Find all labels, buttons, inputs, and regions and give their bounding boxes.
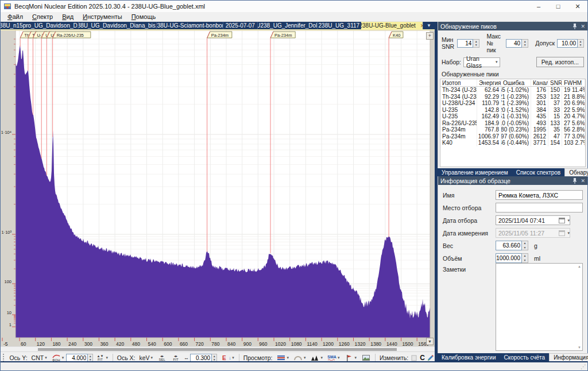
zoom-in-button[interactable]: + (426, 32, 434, 40)
column-header[interactable]: Ошибка (501, 79, 531, 86)
pin-icon[interactable] (572, 178, 577, 184)
curve-overlay-icon (293, 354, 303, 362)
table-row[interactable]: Pa-234m767.81.80 (0.23%)19953556 2.8% (440, 126, 585, 133)
sample-name-input[interactable] (496, 190, 583, 200)
table-cell: U-238/U-234 (440, 100, 477, 107)
pin-icon[interactable] (572, 24, 577, 29)
table-row[interactable]: Pa-234m1006.975.97 (0.60%)26124777 3.0% (440, 133, 585, 140)
table-cell: Pa-234m (440, 133, 477, 140)
peak-flag[interactable]: Ra-226/U-235 (53, 32, 91, 38)
weight-spinner[interactable]: ▲▼ (522, 241, 528, 250)
max-peaks-input[interactable] (506, 39, 522, 48)
status-bar: ⋰ (1, 361, 587, 370)
tolerance-spinner[interactable]: ▲▼ (578, 39, 584, 48)
table-cell: 253 (531, 94, 548, 101)
panel-close-icon[interactable]: ✕ (581, 24, 585, 29)
peak-flag[interactable]: Pa-234m (207, 32, 232, 38)
spectrum-plot[interactable]: ThTU-2UURa-226/U-235Pa-234mPa-234mK40110… (1, 30, 435, 346)
table-row[interactable]: Th-234 (U-238)92.29-0.21 (-0.23%)2531322… (440, 94, 585, 101)
maximize-button[interactable]: □ (548, 1, 568, 12)
svg-text:960: 960 (259, 341, 267, 346)
paste-icon[interactable] (410, 354, 417, 362)
column-header[interactable]: Изотоп (440, 79, 477, 86)
close-button[interactable]: ✕ (568, 1, 587, 12)
chart-horizontal-scrollbar[interactable] (1, 346, 435, 351)
svg-text:360: 360 (100, 341, 108, 346)
max-peaks-spinner[interactable]: ▲▼ (522, 39, 528, 48)
menu-item-0[interactable]: Файл (3, 13, 28, 21)
sampling-date-picker[interactable]: 2025/11/04 07:41 ▾ (496, 215, 570, 225)
dock-tab-0[interactable]: Управление измерением (438, 168, 512, 176)
table-cell: 301 (531, 100, 548, 107)
detected-peaks-table[interactable]: ИзотопЭнергияОшибкаКаналSNRFWHMTh-234 (U… (440, 79, 586, 167)
resize-grip[interactable]: ⋰ (581, 364, 586, 370)
table-cell: 21 8.8% (562, 94, 585, 101)
tolerance-input[interactable] (557, 39, 578, 48)
edit-colors-icon[interactable] (427, 354, 435, 362)
table-row[interactable]: U-235142.8-2.20 (-1.52%)3843322 5.9% (440, 107, 585, 114)
chevron-down-icon: ▾ (496, 60, 498, 64)
sample-place-input[interactable] (496, 203, 583, 212)
table-cell: Ra-226/U-235 (440, 120, 477, 127)
spectrum-tab-4[interactable]: U238_UG_Jennifer_Doll (258, 22, 318, 29)
peak-flag[interactable]: Pa-234m (270, 32, 295, 38)
spectrum-tab-2[interactable]: 238U-UG-Sciamont-bonbon (157, 22, 223, 29)
weight-label: Вес (443, 242, 493, 249)
weight-input[interactable] (496, 241, 522, 250)
minimize-button[interactable]: – (529, 1, 548, 12)
toolbar-grip[interactable] (3, 354, 5, 362)
menu-item-2[interactable]: Вид (57, 13, 78, 21)
chevron-down-icon: ▾ (304, 355, 306, 360)
panel-close-icon[interactable]: ✕ (581, 178, 585, 184)
column-header[interactable]: FWHM (562, 79, 585, 86)
svg-text:1·10³: 1·10³ (1, 230, 11, 235)
spectrum-chart[interactable]: ThTU-2UURa-226/U-235Pa-234mPa-234mK40110… (1, 30, 435, 346)
svg-text:720: 720 (196, 341, 204, 346)
axis-menu-button[interactable]: ▼ (426, 338, 434, 345)
edit-isotopes-button[interactable]: Ред. изотоп... (536, 57, 584, 67)
column-header[interactable]: Энергия (477, 79, 501, 86)
menu-item-4[interactable]: Помощь (127, 13, 161, 21)
table-row[interactable]: Th-234 (U-238)62.64-0.65 (-1.02%)1761501… (440, 87, 585, 94)
table-cell: K40 (440, 140, 477, 146)
table-row[interactable]: Ra-226/U-235184.9-0.10 (-0.05%)49313327 … (440, 120, 585, 127)
svg-text:1440: 1440 (386, 341, 397, 346)
name-label: Имя (443, 192, 493, 199)
bottom-dock-tab-1[interactable]: Скорость счёта (500, 353, 549, 361)
spectrum-tab-5[interactable]: 238U_UG_3117 (318, 22, 361, 29)
svg-text:120: 120 (37, 341, 45, 346)
table-row[interactable]: U-238/U-234110.79-2.71 (-2.39%)3013720 6… (440, 100, 585, 107)
spectrum-tab-6[interactable]: 238U-UG-Blue_goblet✕ (361, 22, 423, 29)
spectrum-tab-0[interactable]: 238U_n15pro_UG_Davidson_D... (1, 22, 79, 29)
table-row[interactable]: K401453.54-6.46 (-0.44%)3771154103 2.7% (440, 140, 585, 146)
volume-spinner[interactable]: ▲▼ (522, 253, 528, 263)
spectrum-tab-3[interactable]: 2025-07-07 (223, 22, 258, 29)
scroll-up-icon[interactable]: ▲ (578, 265, 581, 268)
scroll-down-icon[interactable]: ▼ (578, 346, 581, 349)
scrollbar-thumb[interactable] (38, 348, 397, 351)
notes-textarea[interactable]: ▲ ▼ (496, 263, 583, 351)
peak-flag[interactable]: K40 (389, 32, 403, 38)
table-cell: 92.29 (477, 94, 501, 101)
spectrum-tab-1[interactable]: 238U_UG_Davidson_Diana_bis... (79, 22, 157, 29)
table-cell: 5.97 (0.60%) (501, 133, 531, 140)
table-cell: 132 (548, 94, 562, 101)
dock-tab-1[interactable]: Список спектров (512, 168, 565, 176)
isotope-set-combobox[interactable]: Uran Glass ▾ (463, 57, 500, 67)
chevron-down-icon: ▾ (355, 355, 357, 360)
tab-overflow-icon[interactable]: ▼ (423, 22, 435, 29)
menu-item-3[interactable]: Инструменты (78, 13, 127, 21)
dock-tab-2[interactable]: Обнаружение пиков (564, 168, 588, 176)
volume-input[interactable] (496, 253, 522, 263)
bottom-dock-tab-0[interactable]: Калибровка энергии (438, 353, 500, 361)
min-snr-spinner[interactable]: ▲▼ (473, 39, 479, 48)
table-cell: 384 (531, 107, 548, 114)
column-header[interactable]: Канал (531, 79, 548, 86)
min-snr-input[interactable] (457, 39, 473, 48)
sma-icon: SMA (327, 354, 336, 362)
column-header[interactable]: SNR (548, 79, 562, 86)
table-row[interactable]: U-235162.49-0.51 (-0.31%)4351520 4.7% (440, 113, 585, 120)
title-bar: BecqMoni Nuclear Edition 2025.10.30.4 - … (1, 1, 587, 12)
bottom-dock-tab-2[interactable]: Информация об образце (549, 353, 588, 361)
menu-item-1[interactable]: Спектр (28, 13, 57, 21)
